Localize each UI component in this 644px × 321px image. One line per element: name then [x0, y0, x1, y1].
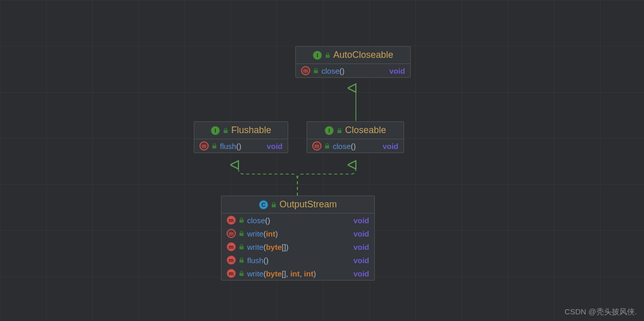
node-flushable[interactable]: I Flushable m flush() void: [194, 121, 288, 153]
lock-icon: [313, 68, 318, 73]
member-row: m write(byte[]) void: [222, 240, 374, 253]
lock-icon: [239, 218, 244, 223]
lock-icon: [239, 271, 244, 276]
node-header: I Flushable: [194, 122, 288, 139]
lock-icon: [337, 128, 342, 133]
method-icon: m: [227, 269, 236, 278]
abstract-method-icon: m: [199, 141, 209, 151]
member-row: m close() void: [307, 139, 404, 153]
watermark: CSDN @秃头披风侠.: [565, 307, 637, 317]
member-row: m flush() void: [222, 253, 374, 267]
abstract-method-icon: m: [227, 229, 236, 238]
return-type: void: [353, 216, 369, 225]
member-row: m close() void: [296, 64, 410, 77]
lock-icon: [212, 143, 217, 148]
method-name: flush: [220, 142, 236, 151]
lock-icon: [223, 128, 228, 133]
lock-icon: [239, 231, 244, 236]
method-name: write: [247, 243, 264, 251]
return-type: void: [389, 67, 405, 75]
lock-icon: [325, 53, 330, 58]
node-header: C OutputStream: [222, 196, 374, 213]
member-row: m write(int) void: [222, 227, 374, 240]
member-row: m flush() void: [194, 139, 288, 153]
member-row: m write(byte[], int, int) void: [222, 267, 374, 280]
abstract-method-icon: m: [301, 66, 310, 75]
method-icon: m: [227, 242, 236, 251]
node-title: OutputStream: [279, 199, 337, 210]
node-title: Flushable: [231, 125, 271, 136]
lock-icon: [239, 258, 244, 263]
return-type: void: [353, 243, 369, 251]
node-outputstream[interactable]: C OutputStream m close() void m write(in…: [221, 196, 375, 281]
node-title: AutoCloseable: [333, 50, 393, 60]
lock-icon: [271, 202, 276, 207]
return-type: void: [353, 256, 369, 265]
lock-icon: [325, 143, 330, 148]
return-type: void: [353, 269, 369, 278]
return-type: void: [267, 142, 283, 151]
interface-icon: I: [211, 126, 220, 135]
node-autocloseable[interactable]: I AutoCloseable m close() void: [295, 46, 411, 78]
method-name: close: [333, 142, 351, 151]
interface-icon: I: [325, 126, 334, 135]
node-closeable[interactable]: I Closeable m close() void: [307, 121, 404, 153]
method-name: flush: [247, 256, 264, 265]
method-name: close: [321, 67, 339, 75]
method-icon: m: [227, 255, 236, 265]
method-name: write: [247, 229, 264, 238]
method-name: write: [247, 269, 264, 278]
return-type: void: [353, 229, 369, 238]
method-icon: m: [227, 216, 236, 225]
return-type: void: [383, 142, 398, 151]
node-header: I Closeable: [307, 122, 404, 139]
method-name: close: [247, 216, 265, 225]
node-title: Closeable: [345, 125, 386, 136]
lock-icon: [239, 244, 244, 249]
interface-icon: I: [313, 51, 322, 60]
node-header: I AutoCloseable: [296, 47, 410, 64]
abstract-class-icon: C: [259, 200, 268, 209]
abstract-method-icon: m: [312, 141, 321, 151]
member-row: m close() void: [222, 213, 374, 227]
